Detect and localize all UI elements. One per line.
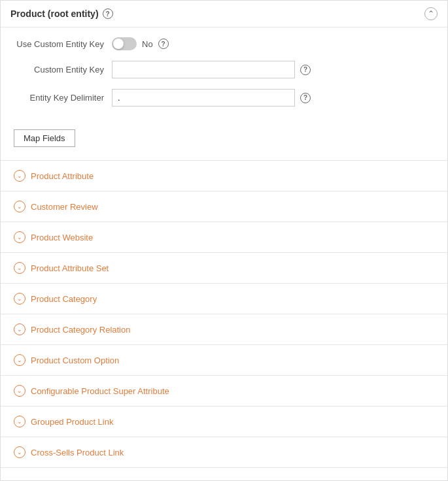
chevron-down-icon: ⌄ bbox=[14, 170, 26, 182]
map-fields-row: Map Fields bbox=[1, 127, 447, 158]
chevron-down-icon: ⌄ bbox=[14, 354, 26, 366]
section-item[interactable]: ⌄Cross-Sells Product Link bbox=[1, 437, 447, 468]
section-item-label: Product Custom Option bbox=[31, 356, 119, 365]
chevron-down-icon: ⌄ bbox=[14, 416, 26, 427]
section-item-label: Customer Review bbox=[31, 202, 98, 212]
custom-entity-key-row: Custom Entity Key ? bbox=[14, 61, 434, 78]
collapse-icon[interactable]: ⌃ bbox=[424, 7, 438, 20]
section-item[interactable]: ⌄Configurable Product Super Attribute bbox=[1, 376, 447, 406]
use-custom-entity-key-row: Use Custom Entity Key No ? bbox=[14, 37, 434, 50]
header-help-icon[interactable]: ? bbox=[103, 8, 113, 19]
chevron-down-icon: ⌄ bbox=[14, 446, 26, 458]
section-item[interactable]: ⌄Product Attribute bbox=[1, 161, 447, 191]
section-item-label: Configurable Product Super Attribute bbox=[31, 386, 169, 396]
section-item[interactable]: ⌄Grouped Product Link bbox=[1, 406, 447, 437]
page-title: Product (root entity) bbox=[10, 8, 99, 19]
page-container: Product (root entity) ? ⌃ Use Custom Ent… bbox=[0, 0, 448, 481]
section-item[interactable]: ⌄Product Website bbox=[1, 222, 447, 253]
section-item-label: Cross-Sells Product Link bbox=[31, 448, 124, 457]
custom-entity-key-wrap: ? bbox=[112, 61, 434, 78]
section-list: ⌄Product Attribute⌄Customer Review⌄Produ… bbox=[1, 160, 447, 468]
chevron-down-icon: ⌄ bbox=[14, 293, 26, 305]
section-item-label: Product Category Relation bbox=[31, 325, 130, 335]
toggle-wrap: No ? bbox=[112, 37, 434, 50]
entity-key-delimiter-row: Entity Key Delimiter ? bbox=[14, 89, 434, 107]
chevron-down-icon: ⌄ bbox=[14, 201, 26, 212]
entity-key-delimiter-input[interactable] bbox=[112, 89, 295, 107]
section-item[interactable]: ⌄Product Category bbox=[1, 284, 447, 314]
section-item[interactable]: ⌄Product Attribute Set bbox=[1, 253, 447, 284]
custom-entity-key-help-icon[interactable]: ? bbox=[300, 65, 311, 75]
entity-key-delimiter-help-icon[interactable]: ? bbox=[300, 93, 311, 103]
chevron-down-icon: ⌄ bbox=[14, 231, 26, 243]
toggle-thumb bbox=[113, 39, 124, 49]
section-item-label: Product Attribute bbox=[31, 171, 94, 181]
chevron-down-icon: ⌄ bbox=[14, 323, 26, 335]
custom-entity-key-input[interactable] bbox=[112, 61, 295, 78]
section-item-label: Grouped Product Link bbox=[31, 417, 113, 427]
chevron-down-icon: ⌄ bbox=[14, 385, 26, 397]
section-item-label: Product Category bbox=[31, 294, 97, 304]
header-left: Product (root entity) ? bbox=[10, 8, 113, 19]
custom-entity-key-toggle[interactable] bbox=[112, 37, 137, 50]
section-item[interactable]: ⌄Customer Review bbox=[1, 191, 447, 222]
section-item-label: Product Website bbox=[31, 233, 93, 242]
entity-key-delimiter-label: Entity Key Delimiter bbox=[14, 93, 112, 103]
entity-key-delimiter-wrap: ? bbox=[112, 89, 434, 107]
custom-entity-key-label: Custom Entity Key bbox=[14, 65, 112, 75]
section-item[interactable]: ⌄Product Custom Option bbox=[1, 345, 447, 376]
form-section: Use Custom Entity Key No ? Custom Entity… bbox=[1, 27, 447, 127]
header: Product (root entity) ? ⌃ bbox=[1, 1, 447, 27]
chevron-down-icon: ⌄ bbox=[14, 262, 26, 274]
section-item-label: Product Attribute Set bbox=[31, 263, 109, 273]
map-fields-button[interactable]: Map Fields bbox=[14, 129, 75, 147]
use-custom-entity-key-label: Use Custom Entity Key bbox=[14, 39, 112, 49]
toggle-status-label: No bbox=[142, 39, 153, 49]
section-item[interactable]: ⌄Product Category Relation bbox=[1, 314, 447, 345]
toggle-help-icon[interactable]: ? bbox=[158, 39, 169, 49]
